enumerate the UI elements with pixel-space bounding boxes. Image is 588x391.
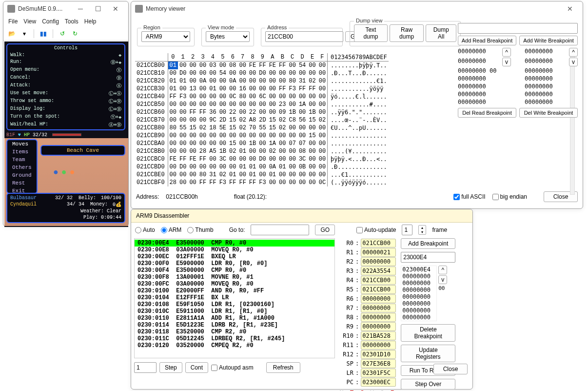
menu-help[interactable]: Help xyxy=(84,18,97,25)
hex-row[interactable]: 021CCBB000000028A51B02010000020000080000… xyxy=(135,147,389,155)
maximize-button[interactable]: ☐ xyxy=(89,3,107,15)
autoupd-asm-checkbox[interactable]: Autoupd asm xyxy=(211,364,254,371)
hex-row[interactable]: 021CCBC0FEFFFEFF003C000000D00000003C0000… xyxy=(135,155,389,163)
hex-row[interactable]: 021CCB70000000009C2D1502A82D1502C8561502… xyxy=(135,116,389,124)
hex-row[interactable]: 021CCB50000000000000000000000023001A0000… xyxy=(135,101,389,108)
register-input[interactable] xyxy=(361,285,396,294)
register-input[interactable] xyxy=(361,369,396,377)
bp-list-item[interactable]: 00000000 xyxy=(401,287,436,293)
register-input[interactable] xyxy=(361,276,396,285)
disasm-row[interactable]: 0230:00E4 E3500000 CMP R0, #0 xyxy=(135,240,334,247)
add-read-bp-button[interactable]: Add Read Breakpoint xyxy=(458,36,516,45)
frame-stepper[interactable]: ▴▾ xyxy=(418,225,426,235)
del-write-bp-button[interactable]: Del Write Breakpoint xyxy=(519,108,578,118)
dump-all-button[interactable]: Dump All xyxy=(426,24,456,42)
text-dump-button[interactable]: Text dump xyxy=(354,24,388,42)
mode-arm-radio[interactable]: ARM xyxy=(161,226,182,233)
game-menu-item[interactable]: Items xyxy=(7,148,37,156)
disasm-row[interactable]: 0230:00EC 012FFF1E BXEQ LR xyxy=(135,253,334,260)
register-input[interactable] xyxy=(361,331,396,340)
disasm-row[interactable]: 0230:00FC 03A00000 MOVEQ R0, #0 xyxy=(135,281,334,288)
step-count-input[interactable] xyxy=(134,362,157,373)
raw-dump-button[interactable]: Raw dump xyxy=(390,24,424,42)
register-input[interactable] xyxy=(361,267,396,275)
breakpoint-address-input[interactable] xyxy=(401,252,455,263)
hex-row[interactable]: 021CCB9000000000000000000000000000001500… xyxy=(135,132,389,140)
disasm-row[interactable]: 0230:00F8 13A00001 MOVNE R0, #1 xyxy=(135,274,334,281)
menu-view[interactable]: View xyxy=(23,18,36,25)
address-input[interactable] xyxy=(265,31,343,42)
step-over-button[interactable]: Step Over xyxy=(401,379,455,390)
disasm-row[interactable]: 0230:0120 03520000 CMPEQ R2, #0 xyxy=(135,342,334,349)
bp-list-item[interactable]: 00000000 xyxy=(401,280,436,287)
register-input[interactable] xyxy=(361,341,396,350)
hex-row[interactable]: 021CCB600000FFFF36002200220000091B001B00… xyxy=(135,108,389,116)
game-menu-item[interactable]: Others xyxy=(7,164,37,171)
hex-row[interactable]: 021CCB300100130001000016000000FFF3FFFF00… xyxy=(135,85,389,93)
add-breakpoint-button[interactable]: Add Breakpoint xyxy=(401,238,455,249)
disasm-row[interactable]: 0230:010C E5911000 LDR R1, [R1, #0] xyxy=(135,308,334,315)
disassembly-listing[interactable]: 0230:00E4 E3500000 CMP R0, #00230:00E8 0… xyxy=(134,238,335,358)
disasm-row[interactable]: 0230:0104 E12FFF1E BX LR xyxy=(135,294,334,301)
viewmode-select[interactable]: Bytes xyxy=(206,31,250,42)
hex-row[interactable]: 021CCBE000000080310201000100010000000000… xyxy=(135,171,389,179)
hex-row[interactable]: 021CCB40FFF3000000000C80006C000000000000… xyxy=(135,93,389,101)
register-input[interactable] xyxy=(361,257,396,266)
bp-search-input[interactable] xyxy=(458,23,578,34)
menu-file[interactable]: File xyxy=(8,18,18,25)
breakpoint-list[interactable]: 023000E400000000000000000000000000000000… xyxy=(401,266,437,321)
hex-row[interactable]: 021CCB200101000A00000A000000000080310200… xyxy=(135,77,389,85)
hex-row[interactable]: 021CCB8080551502185E15027055150200000000… xyxy=(135,124,389,132)
register-input[interactable] xyxy=(361,239,396,247)
frame-input[interactable] xyxy=(402,225,412,235)
mode-thumb-radio[interactable]: Thumb xyxy=(187,226,213,233)
hex-row[interactable]: 021CCBA000000000000015001B001A0007070000… xyxy=(135,140,389,147)
hex-row[interactable]: 021CCBD000D000000000000101000A01000B0000… xyxy=(135,163,389,171)
goto-button[interactable]: GO xyxy=(315,225,335,235)
cont-button[interactable]: Cont xyxy=(185,362,208,373)
step-icon[interactable]: ↻ xyxy=(70,28,80,39)
bp-list-item[interactable]: 023000E4 xyxy=(401,266,436,273)
register-input[interactable] xyxy=(361,294,396,303)
game-menu-item[interactable]: Team xyxy=(7,156,37,164)
refresh-button[interactable]: Refresh xyxy=(266,362,300,373)
disasm-row[interactable]: 0230:0100 E20000FF AND R0, R0, #FF xyxy=(135,288,334,294)
add-write-bp-button[interactable]: Add Write Breakpoint xyxy=(519,36,578,45)
close-button[interactable]: ✕ xyxy=(107,3,124,15)
goto-input[interactable] xyxy=(251,225,309,235)
pause-icon[interactable]: ▮▮ xyxy=(38,28,49,39)
disasm-row[interactable]: 0230:00F0 E5900000 LDR R0, [R0, #0] xyxy=(135,260,334,267)
game-menu-item[interactable]: Rest xyxy=(7,179,37,187)
region-select[interactable]: ARM9 xyxy=(141,31,190,42)
bp-list-item[interactable]: 00000000 xyxy=(401,273,436,280)
full-ascii-checkbox[interactable]: full ASCII xyxy=(453,193,485,200)
update-registers-button[interactable]: Update Registers xyxy=(401,345,455,362)
disasm-row[interactable]: 0230:011C 05D12245 LDRBEQ R2, [R1, #245] xyxy=(135,335,334,342)
del-read-bp-button[interactable]: Del Read Breakpoint xyxy=(458,108,516,118)
auto-update-checkbox[interactable]: Auto-update xyxy=(356,226,396,233)
bp-list-item[interactable]: 00000000 xyxy=(401,314,436,321)
game-menu-item[interactable]: Ground xyxy=(7,171,37,179)
register-input[interactable] xyxy=(361,322,396,331)
bp-list-item[interactable]: 00000000 xyxy=(401,307,436,314)
disasm-row[interactable]: 0230:0108 E59F1050 LDR R1, [02300160] xyxy=(135,301,334,308)
register-input[interactable] xyxy=(361,350,396,359)
dropdown-icon[interactable]: ▾ xyxy=(19,28,30,39)
register-input[interactable] xyxy=(361,378,396,387)
step-button[interactable]: Step xyxy=(159,362,182,373)
bp-list-up[interactable]: ^ xyxy=(438,266,447,274)
disasm-row[interactable]: 0230:00F4 E3500000 CMP R0, #0 xyxy=(135,267,334,274)
register-input[interactable] xyxy=(361,313,396,322)
disasm-close-button[interactable]: Close xyxy=(433,364,468,374)
register-input[interactable] xyxy=(361,359,396,368)
disasm-row[interactable]: 0230:0118 E3520000 CMP R2, #0 xyxy=(135,329,334,335)
memview-close-button[interactable]: ✕ xyxy=(561,3,579,15)
bp-list-item[interactable]: 00000000 xyxy=(401,300,436,307)
register-input[interactable] xyxy=(361,248,396,257)
big-endian-checkbox[interactable]: big endian xyxy=(492,193,527,200)
mode-auto-radio[interactable]: Auto xyxy=(135,226,155,233)
menu-tools[interactable]: Tools xyxy=(65,18,78,25)
hex-row[interactable]: 021CCB000100000003000800FEFFFEFF00540000… xyxy=(135,62,389,70)
minimize-button[interactable]: ─ xyxy=(72,3,89,15)
disasm-row[interactable]: 0230:0114 E5D1223E LDRB R2, [R1, #23E] xyxy=(135,322,334,329)
